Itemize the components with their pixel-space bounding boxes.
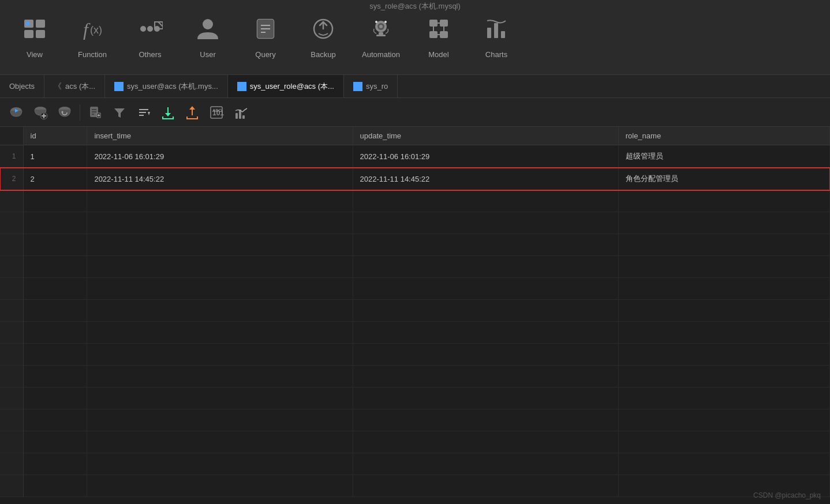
table-row-empty <box>0 453 830 475</box>
toolbar-user-label: User <box>200 50 215 59</box>
automation-icon <box>368 16 394 47</box>
refresh-button[interactable] <box>53 102 76 123</box>
svg-rect-17 <box>379 32 383 35</box>
chart-button[interactable] <box>229 102 252 123</box>
charts-icon <box>484 16 509 47</box>
svg-point-8 <box>147 26 153 32</box>
toolbar-others-label: Others <box>139 50 161 59</box>
cell-insert-time-1: 2022-11-06 16:01:29 <box>87 145 353 168</box>
tab-sys-ro[interactable]: sys_ro <box>344 75 398 97</box>
tab-sys-user-role[interactable]: sys_user_role@acs (本... <box>228 75 344 97</box>
table-row-empty <box>0 409 830 431</box>
svg-marker-50 <box>148 112 150 115</box>
col-update-time-header[interactable]: update_time <box>353 127 618 145</box>
toolbar-automation[interactable]: Automation <box>352 6 410 69</box>
svg-rect-21 <box>429 20 438 27</box>
cell-update-time-1: 2022-11-06 16:01:29 <box>353 145 618 168</box>
function-icon: f (x) <box>80 16 105 47</box>
row-num-2: 2 <box>0 168 23 190</box>
svg-rect-56 <box>235 113 238 119</box>
tab-sys-user-role-label: sys_user_role@acs (本... <box>250 81 334 92</box>
tab-objects-label: Objects <box>9 82 35 91</box>
backup-icon <box>311 16 336 47</box>
svg-rect-30 <box>494 23 498 38</box>
table-row-empty <box>0 278 830 300</box>
svg-rect-31 <box>501 31 505 38</box>
svg-marker-51 <box>165 113 171 116</box>
svg-rect-2 <box>24 30 33 38</box>
table-row-selected[interactable]: 2 2 2022-11-11 14:45:22 2022-11-11 14:45… <box>0 168 830 190</box>
toolbar-backup[interactable]: Backup <box>294 6 352 69</box>
toolbar-function-label: Function <box>78 50 107 59</box>
toolbar-query-label: Query <box>255 50 275 59</box>
toolbar-charts[interactable]: Charts <box>468 6 525 69</box>
toolbar-backup-label: Backup <box>311 50 335 59</box>
svg-rect-24 <box>440 31 448 38</box>
cell-update-time-2: 2022-11-11 14:45:22 <box>353 168 618 190</box>
data-table: id insert_time update_time role_name 1 1… <box>0 127 830 497</box>
run-button[interactable] <box>5 102 28 123</box>
export2-button[interactable] <box>181 102 204 123</box>
table-row-empty <box>0 256 830 278</box>
toolbar-view-label: View <box>27 50 43 59</box>
toolbar-query[interactable]: Query <box>237 6 294 69</box>
toolbar-model-label: Model <box>428 50 448 59</box>
cell-id-2: 2 <box>23 168 87 190</box>
toolbar-user[interactable]: User <box>179 6 237 69</box>
toolbar-function[interactable]: f (x) Function <box>63 6 121 69</box>
tab-sys-user-icon <box>114 82 124 91</box>
table-row[interactable]: 1 1 2022-11-06 16:01:29 2022-11-06 16:01… <box>0 145 830 168</box>
table-row-empty <box>0 366 830 388</box>
tab-sys-user-label: sys_user@acs (本机.mys... <box>127 81 218 92</box>
tab-sys-ro-icon <box>353 82 362 91</box>
toolbar-automation-label: Automation <box>362 50 400 59</box>
table-row-empty <box>0 388 830 409</box>
col-id-header[interactable]: id <box>23 127 87 145</box>
toolbar-model[interactable]: Model <box>410 6 468 69</box>
tab-acs[interactable]: 《 acs (本... <box>44 75 105 97</box>
svg-rect-18 <box>376 35 386 36</box>
secondary-toolbar: 101 ABC <box>0 98 830 127</box>
table-row-empty <box>0 475 830 497</box>
row-num-header <box>0 127 23 145</box>
table-area: id insert_time update_time role_name 1 1… <box>0 127 830 504</box>
watermark: CSDN @picacho_pkq <box>753 491 821 499</box>
others-icon <box>137 16 163 47</box>
toolbar-charts-label: Charts <box>485 50 507 59</box>
toolbar-view[interactable]: View <box>6 6 63 69</box>
sort-button[interactable] <box>132 102 155 123</box>
table-row-empty <box>0 300 830 322</box>
view-icon <box>22 16 47 47</box>
tab-sys-ro-label: sys_ro <box>366 82 388 91</box>
format-button[interactable]: 101 ABC <box>205 102 228 123</box>
svg-rect-3 <box>36 30 45 38</box>
row-num-1: 1 <box>0 145 23 168</box>
svg-rect-22 <box>440 20 448 27</box>
export1-button[interactable] <box>156 102 180 123</box>
table-row-empty <box>0 190 830 212</box>
svg-rect-29 <box>487 28 491 38</box>
svg-rect-1 <box>36 20 45 28</box>
query-icon <box>253 16 278 47</box>
filter-button[interactable] <box>108 102 131 123</box>
table-row-empty <box>0 344 830 366</box>
cell-role-name-2: 角色分配管理员 <box>618 168 829 190</box>
cell-insert-time-2: 2022-11-11 14:45:22 <box>87 168 353 190</box>
add-row-button[interactable] <box>29 102 52 123</box>
title-bar: sys_role@acs (本机.mysql) <box>364 0 466 13</box>
table-header-row: id insert_time update_time role_name <box>0 127 830 145</box>
table-row-empty <box>0 212 830 234</box>
table-container[interactable]: id insert_time update_time role_name 1 1… <box>0 127 830 504</box>
col-role-name-header[interactable]: role_name <box>618 127 829 145</box>
svg-point-4 <box>25 21 30 26</box>
svg-rect-58 <box>242 115 245 119</box>
svg-point-20 <box>384 21 387 23</box>
tab-sys-user[interactable]: sys_user@acs (本机.mys... <box>105 75 228 97</box>
toolbar-others[interactable]: Others <box>121 6 179 69</box>
col-insert-time-header[interactable]: insert_time <box>87 127 353 145</box>
svg-point-7 <box>140 26 146 32</box>
tab-objects[interactable]: Objects <box>0 75 44 97</box>
tab-acs-label: acs (本... <box>65 81 95 92</box>
new-record-button[interactable] <box>84 102 107 123</box>
table-row-empty <box>0 322 830 344</box>
